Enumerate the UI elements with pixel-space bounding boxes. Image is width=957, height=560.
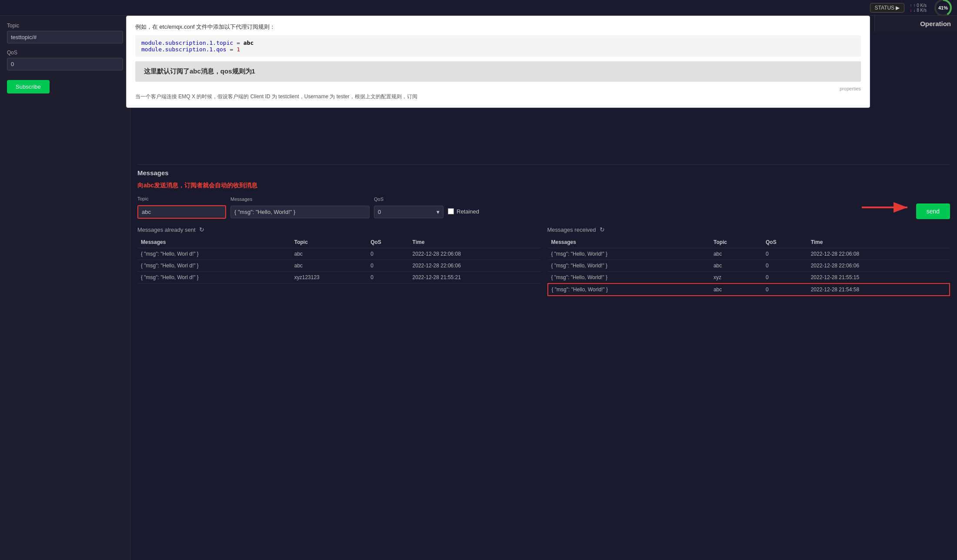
- send-button[interactable]: send: [916, 203, 950, 219]
- cell-time: 2022-12-28 22:06:08: [409, 248, 540, 260]
- cell-msg: { "msg": "Hello, Worl d!" }: [137, 248, 291, 260]
- table-row: { "msg": "Hello, Worl d!" } abc 0 2022-1…: [137, 260, 540, 272]
- operation-panel: Operation: [874, 16, 957, 32]
- retained-wrap: Retained: [448, 208, 479, 215]
- red-arrow-area: [484, 199, 912, 216]
- received-table-body: { "msg": "Hello, World!" } abc 0 2022-12…: [548, 248, 950, 296]
- sent-table-head-row: Messages Topic QoS Time: [137, 237, 540, 248]
- msg-topic-input-wrap: [137, 205, 226, 219]
- msg-qos-select[interactable]: 0 ▾: [374, 206, 443, 218]
- cell-msg: { "msg": "Hello, World!" }: [548, 272, 710, 284]
- recv-col-time: Time: [807, 237, 950, 248]
- code-key-2: module.subscription.1.qos: [141, 46, 227, 53]
- refresh-sent-icon[interactable]: ↻: [199, 226, 204, 233]
- table-row: { "msg": "Hello, Worl d!" } abc 0 2022-1…: [137, 248, 540, 260]
- code-val-1: abc: [243, 40, 253, 46]
- table-row: { "msg": "Hello, Worl d!" } xyz123123 0 …: [137, 272, 540, 283]
- chevron-down-icon: ▾: [437, 209, 440, 215]
- popup-overlay: 例如，在 etc/emqx.conf 文件中添加以下代理订阅规则： module…: [126, 16, 870, 108]
- cell-msg: { "msg": "Hello, World!" }: [548, 283, 710, 296]
- speed-indicator: ↑↑ 0 K/s ↓↓ 8 K/s: [910, 3, 927, 13]
- msg-topic-input[interactable]: [138, 206, 225, 218]
- received-table-section: Messages received ↻ Messages Topic QoS T…: [547, 226, 950, 296]
- cell-msg: { "msg": "Hello, World!" }: [548, 248, 710, 260]
- code-key-1: module.subscription.1.topic: [141, 40, 233, 46]
- retained-checkbox[interactable]: [448, 208, 454, 214]
- section-divider: [137, 164, 950, 165]
- popup-code-line1: module.subscription.1.topic = abc: [141, 40, 855, 46]
- cell-qos: 0: [762, 260, 807, 272]
- popup-highlight-text: 这里默认订阅了abc消息，qos规则为1: [135, 61, 861, 82]
- cell-time: 2022-12-28 22:06:06: [807, 260, 950, 272]
- qos-label: QoS: [7, 50, 123, 56]
- status-button[interactable]: STATUS ▶: [870, 3, 905, 13]
- messages-announce: 向abc发送消息，订阅者就会自动的收到消息: [137, 182, 950, 190]
- message-form-row: Topic Messages QoS 0 ▾ Retained: [137, 196, 950, 219]
- msg-qos-group: QoS 0 ▾: [374, 197, 443, 218]
- cell-qos: 0: [367, 272, 409, 283]
- qos-value-display: 0: [378, 209, 381, 215]
- qos-input[interactable]: [7, 58, 123, 70]
- sent-table-title: Messages already sent: [137, 227, 196, 233]
- arrow-down-icon: ↓: [910, 8, 912, 13]
- msg-messages-group: Messages: [230, 197, 370, 218]
- qos-field-group: QoS: [7, 50, 123, 70]
- refresh-received-icon[interactable]: ↻: [600, 226, 605, 233]
- sent-table-header: Messages already sent ↻: [137, 226, 540, 233]
- subscribe-button[interactable]: Subscribe: [7, 80, 50, 93]
- popup-properties-label: properties: [135, 86, 861, 91]
- popup-code-line2: module.subscription.1.qos = 1: [141, 46, 855, 53]
- sent-table-body: { "msg": "Hello, Worl d!" } abc 0 2022-1…: [137, 248, 540, 283]
- recv-col-messages: Messages: [548, 237, 710, 248]
- cell-topic: abc: [710, 283, 762, 296]
- msg-messages-input[interactable]: [230, 206, 370, 218]
- received-table-title: Messages received: [547, 227, 596, 233]
- code-val-2: 1: [237, 46, 240, 53]
- topic-input[interactable]: [7, 31, 123, 43]
- cell-qos: 0: [762, 272, 807, 284]
- received-table: Messages Topic QoS Time { "msg": "Hello,…: [547, 237, 950, 296]
- cell-time: 2022-12-28 21:55:15: [807, 272, 950, 284]
- cell-msg: { "msg": "Hello, Worl d!" }: [137, 272, 291, 283]
- speed-down: ↓↓ 8 K/s: [910, 8, 927, 13]
- cell-topic: abc: [291, 248, 367, 260]
- table-row: { "msg": "Hello, World!" } xyz 0 2022-12…: [548, 272, 950, 284]
- retained-label: Retained: [457, 208, 479, 215]
- msg-qos-label: QoS: [374, 197, 443, 202]
- table-row: { "msg": "Hello, World!" } abc 0 2022-12…: [548, 260, 950, 272]
- cell-topic: abc: [710, 260, 762, 272]
- popup-code-block: module.subscription.1.topic = abc module…: [135, 35, 861, 57]
- code-eq-2: =: [230, 46, 237, 53]
- tables-row: Messages already sent ↻ Messages Topic Q…: [137, 226, 950, 296]
- cell-time: 2022-12-28 22:06:08: [807, 248, 950, 260]
- sent-col-time: Time: [409, 237, 540, 248]
- table-row: { "msg": "Hello, World!" } abc 0 2022-12…: [548, 283, 950, 296]
- topic-field-group: Topic: [7, 23, 123, 43]
- received-table-head-row: Messages Topic QoS Time: [548, 237, 950, 248]
- cell-topic: abc: [291, 260, 367, 272]
- recv-col-qos: QoS: [762, 237, 807, 248]
- red-arrow-svg: [860, 199, 912, 216]
- top-bar-right: STATUS ▶ ↑↑ 0 K/s ↓↓ 8 K/s 41%: [870, 0, 953, 17]
- popup-footer-text: 当一个客户端连接 EMQ X 的时候，假设客户端的 Client ID 为 te…: [135, 93, 861, 100]
- cell-qos: 0: [367, 260, 409, 272]
- msg-topic-group: Topic: [137, 196, 226, 219]
- cell-time: 2022-12-28 21:55:21: [409, 272, 540, 283]
- sent-col-qos: QoS: [367, 237, 409, 248]
- topic-label: Topic: [7, 23, 123, 29]
- cell-msg: { "msg": "Hello, Worl d!" }: [137, 260, 291, 272]
- recv-col-topic: Topic: [710, 237, 762, 248]
- sent-col-topic: Topic: [291, 237, 367, 248]
- top-bar: STATUS ▶ ↑↑ 0 K/s ↓↓ 8 K/s 41%: [0, 0, 957, 16]
- cell-msg: { "msg": "Hello, World!" }: [548, 260, 710, 272]
- cell-topic: abc: [710, 248, 762, 260]
- cell-topic: xyz123123: [291, 272, 367, 283]
- cpu-gauge: 41%: [934, 0, 953, 17]
- msg-messages-label: Messages: [230, 197, 370, 202]
- operation-title: Operation: [920, 20, 951, 27]
- left-panel: Topic QoS Subscribe: [0, 16, 130, 560]
- sent-table-section: Messages already sent ↻ Messages Topic Q…: [137, 226, 540, 296]
- cell-topic: xyz: [710, 272, 762, 284]
- code-eq-1: =: [237, 40, 243, 46]
- msg-topic-label: Topic: [137, 196, 226, 201]
